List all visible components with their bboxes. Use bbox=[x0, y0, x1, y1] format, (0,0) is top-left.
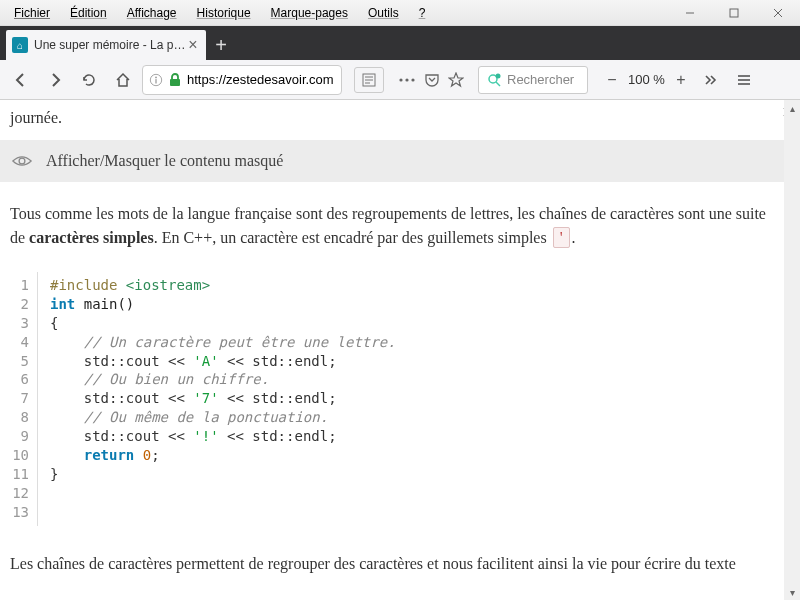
spoiler-label: Afficher/Masquer le contenu masqué bbox=[46, 149, 283, 173]
tab-bar: ⌂ Une super mémoire - La progr… × + bbox=[0, 26, 800, 60]
svg-point-17 bbox=[496, 73, 501, 78]
search-box[interactable]: Rechercher bbox=[478, 66, 588, 94]
reload-button[interactable] bbox=[74, 65, 104, 95]
zoom-out-button[interactable]: − bbox=[602, 70, 622, 90]
maximize-button[interactable] bbox=[712, 0, 756, 26]
code-block: 12345678910111213 #include <iostream> in… bbox=[10, 272, 774, 526]
tab-favicon: ⌂ bbox=[12, 37, 28, 53]
svg-rect-1 bbox=[730, 9, 738, 17]
browser-tab[interactable]: ⌂ Une super mémoire - La progr… × bbox=[6, 30, 206, 60]
zoom-level: 100 % bbox=[628, 72, 665, 87]
info-icon bbox=[149, 73, 163, 87]
search-placeholder: Rechercher bbox=[507, 72, 574, 87]
more-icon[interactable] bbox=[398, 77, 416, 83]
scroll-down-button[interactable]: ▾ bbox=[784, 584, 800, 600]
svg-line-16 bbox=[496, 82, 500, 86]
tab-close-button[interactable]: × bbox=[186, 38, 200, 52]
minimize-icon bbox=[685, 8, 695, 18]
svg-point-21 bbox=[19, 158, 25, 164]
paragraph-1: Tous comme les mots de la langue françai… bbox=[10, 202, 774, 250]
scroll-up-button[interactable]: ▴ bbox=[784, 100, 800, 116]
address-bar[interactable] bbox=[142, 65, 342, 95]
hamburger-icon bbox=[736, 72, 752, 88]
search-engine-icon bbox=[487, 73, 501, 87]
forward-icon bbox=[47, 72, 63, 88]
home-icon bbox=[115, 72, 131, 88]
menu-edit[interactable]: Édition bbox=[60, 2, 117, 24]
chevron-double-icon bbox=[702, 72, 718, 88]
bookmark-star-icon[interactable] bbox=[448, 72, 464, 88]
code-body: #include <iostream> int main() { // Un c… bbox=[38, 272, 396, 526]
svg-rect-7 bbox=[170, 79, 180, 86]
close-icon bbox=[773, 8, 783, 18]
svg-point-13 bbox=[405, 78, 408, 81]
zoom-controls: − 100 % + bbox=[602, 70, 691, 90]
reload-icon bbox=[81, 72, 97, 88]
paragraph-2: Les chaînes de caractères permettent de … bbox=[10, 552, 774, 576]
menu-tools[interactable]: Outils bbox=[358, 2, 409, 24]
reader-mode-button[interactable] bbox=[354, 67, 384, 93]
menu-bar: Fichier Édition Affichage Historique Mar… bbox=[0, 0, 800, 26]
pocket-icon[interactable] bbox=[424, 72, 440, 88]
menu-bookmarks[interactable]: Marque-pages bbox=[261, 2, 358, 24]
zoom-in-button[interactable]: + bbox=[671, 70, 691, 90]
svg-point-14 bbox=[411, 78, 414, 81]
menu-history[interactable]: Historique bbox=[187, 2, 261, 24]
lock-icon bbox=[169, 73, 181, 87]
spoiler-toggle[interactable]: Afficher/Masquer le contenu masqué bbox=[0, 140, 784, 182]
bold-text: caractères simples bbox=[29, 229, 154, 246]
eye-icon bbox=[12, 154, 32, 168]
inline-code-char: ' bbox=[553, 227, 570, 248]
back-icon bbox=[13, 72, 29, 88]
code-line-numbers: 12345678910111213 bbox=[10, 272, 38, 526]
page-content: ▴ ▾ journée. Afficher/Masquer le contenu… bbox=[0, 100, 800, 600]
minimize-button[interactable] bbox=[668, 0, 712, 26]
tab-title: Une super mémoire - La progr… bbox=[34, 38, 186, 52]
vertical-scrollbar[interactable]: ▴ ▾ bbox=[784, 100, 800, 600]
back-button[interactable] bbox=[6, 65, 36, 95]
svg-point-12 bbox=[399, 78, 402, 81]
url-input[interactable] bbox=[187, 72, 335, 87]
window-controls bbox=[668, 0, 800, 26]
forward-button[interactable] bbox=[40, 65, 70, 95]
text-fragment-top: journée. bbox=[10, 106, 774, 130]
menu-help[interactable]: ? bbox=[409, 2, 436, 24]
reader-icon bbox=[362, 73, 376, 87]
menu-view[interactable]: Affichage bbox=[117, 2, 187, 24]
svg-point-5 bbox=[155, 76, 157, 78]
toolbar: Rechercher − 100 % + bbox=[0, 60, 800, 100]
close-button[interactable] bbox=[756, 0, 800, 26]
hamburger-button[interactable] bbox=[729, 65, 759, 95]
overflow-button[interactable] bbox=[695, 65, 725, 95]
svg-rect-6 bbox=[155, 79, 156, 83]
menu-file[interactable]: Fichier bbox=[4, 2, 60, 24]
home-button[interactable] bbox=[108, 65, 138, 95]
page-actions bbox=[398, 72, 464, 88]
maximize-icon bbox=[729, 8, 739, 18]
new-tab-button[interactable]: + bbox=[206, 30, 236, 60]
